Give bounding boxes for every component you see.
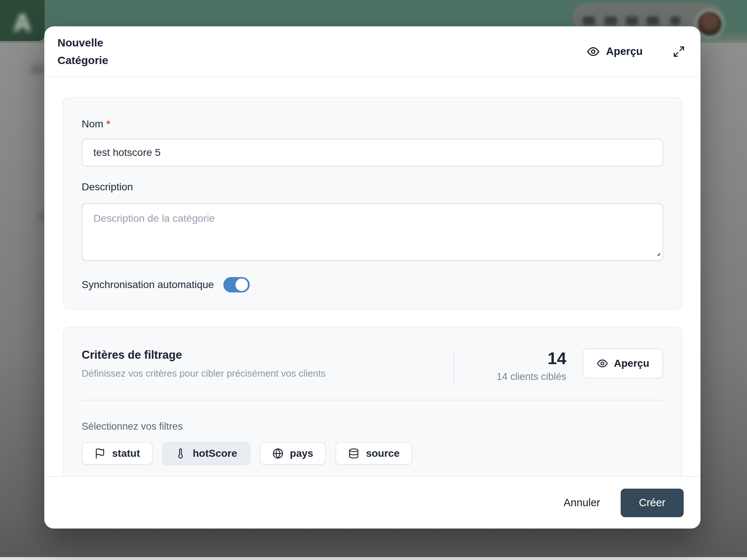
expand-button[interactable] — [673, 45, 685, 58]
globe-icon — [272, 448, 283, 459]
filter-chip-label: source — [366, 448, 399, 459]
thermometer-icon — [175, 448, 186, 459]
flag-icon — [94, 448, 105, 459]
sync-label: Synchronisation automatique — [82, 279, 214, 291]
resize-grip-icon[interactable] — [655, 251, 661, 258]
filter-chips: statut hotScore pays — [82, 442, 663, 465]
toggle-knob — [235, 279, 248, 291]
criteria-preview-button[interactable]: Aperçu — [583, 348, 663, 378]
description-label: Description — [82, 181, 663, 193]
sync-row: Synchronisation automatique — [82, 277, 663, 292]
modal-title: Nouvelle Catégorie — [57, 34, 153, 69]
preview-button-label: Aperçu — [606, 45, 643, 57]
cancel-button[interactable]: Annuler — [564, 497, 600, 509]
description-field-wrap — [82, 203, 663, 261]
criteria-title: Critères de filtrage — [82, 348, 454, 362]
expand-icon — [673, 45, 685, 58]
filter-chip-statut[interactable]: statut — [82, 442, 153, 465]
description-textarea[interactable] — [82, 203, 663, 261]
avatar — [698, 12, 721, 36]
background-page-icon — [31, 64, 45, 75]
filter-chip-hotscore[interactable]: hotScore — [162, 442, 250, 465]
criteria-titles: Critères de filtrage Définissez vos crit… — [82, 348, 454, 379]
count-number: 14 — [454, 349, 566, 367]
general-info-card: Nom* Description Synchronisation automat… — [63, 97, 682, 309]
name-input[interactable] — [82, 139, 663, 167]
navbar-icon — [647, 16, 659, 25]
filters-label: Sélectionnez vos filtres — [82, 421, 663, 432]
navbar-icon — [670, 16, 680, 25]
preview-button[interactable]: Aperçu — [587, 45, 643, 58]
criteria-header: Critères de filtrage Définissez vos crit… — [82, 348, 663, 386]
create-button[interactable]: Créer — [621, 489, 684, 517]
modal-footer: Annuler Créer — [44, 476, 700, 529]
targeted-count: 14 14 clients ciblés — [454, 349, 566, 382]
modal-header: Nouvelle Catégorie Aperçu — [44, 26, 700, 77]
background-page-edge — [0, 557, 747, 560]
database-icon — [348, 448, 359, 459]
criteria-divider — [82, 400, 663, 400]
filter-chip-pays[interactable]: pays — [260, 442, 326, 465]
sync-toggle[interactable] — [223, 277, 250, 292]
required-asterisk: * — [106, 118, 110, 130]
filter-chip-label: statut — [112, 448, 140, 459]
eye-icon — [587, 45, 600, 58]
eye-icon — [597, 358, 608, 369]
criteria-subtitle: Définissez vos critères pour cibler préc… — [82, 368, 454, 379]
screen: A Nouvelle Catégorie Aperçu — [0, 0, 747, 560]
criteria-preview-label: Aperçu — [614, 358, 649, 369]
new-category-modal: Nouvelle Catégorie Aperçu — [44, 26, 700, 529]
filter-chip-label: pays — [290, 448, 313, 459]
filter-chip-label: hotScore — [193, 448, 237, 459]
navbar-icon — [583, 16, 595, 25]
name-label: Nom* — [82, 118, 663, 130]
modal-body: Nom* Description Synchronisation automat… — [44, 77, 700, 476]
modal-header-actions: Aperçu — [587, 45, 685, 58]
app-logo: A — [0, 0, 45, 41]
navbar-icon — [626, 16, 638, 25]
navbar-icon — [605, 16, 617, 25]
criteria-card: Critères de filtrage Définissez vos crit… — [63, 327, 682, 476]
filter-chip-source[interactable]: source — [335, 442, 412, 465]
app-logo-letter: A — [13, 8, 31, 37]
count-caption: 14 clients ciblés — [454, 371, 566, 382]
